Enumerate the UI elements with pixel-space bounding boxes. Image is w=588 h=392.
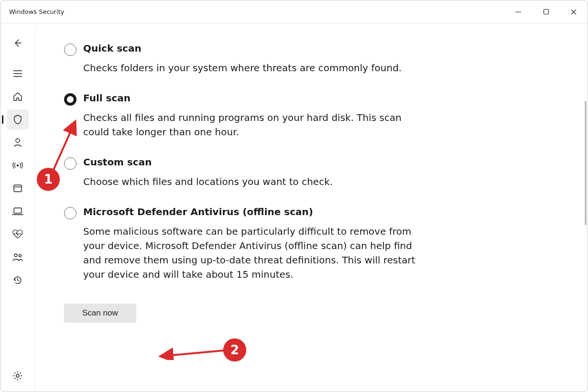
maximize-icon xyxy=(543,9,549,15)
radio-offline[interactable] xyxy=(64,207,76,219)
sidebar-item-firewall[interactable] xyxy=(7,155,29,175)
sidebar-item-protection-history[interactable] xyxy=(7,270,29,290)
sidebar-item-app-browser[interactable] xyxy=(7,178,29,198)
home-icon xyxy=(12,91,23,102)
people-icon xyxy=(12,252,23,262)
shield-icon xyxy=(13,114,22,125)
antenna-icon xyxy=(12,160,23,171)
sidebar-item-settings[interactable] xyxy=(7,366,29,386)
scan-option-title: Quick scan xyxy=(83,43,402,54)
scan-option-full[interactable]: Full scan Checks all files and running p… xyxy=(64,92,559,139)
annotation-badge-2: 2 xyxy=(223,338,246,361)
scan-option-description: Checks all files and running programs on… xyxy=(83,110,418,139)
main-content: Quick scan Checks folders in your system… xyxy=(35,23,588,392)
radio-quick[interactable] xyxy=(64,44,76,56)
sidebar-item-device-security[interactable] xyxy=(7,201,29,221)
svg-point-7 xyxy=(16,139,20,142)
scan-option-title: Microsoft Defender Antivirus (offline sc… xyxy=(83,206,418,218)
close-icon xyxy=(570,9,577,15)
history-icon xyxy=(12,275,23,285)
svg-rect-9 xyxy=(14,185,22,192)
svg-point-14 xyxy=(19,255,22,257)
scan-option-quick[interactable]: Quick scan Checks folders in your system… xyxy=(64,43,559,75)
svg-line-17 xyxy=(162,350,224,356)
sidebar-item-family[interactable] xyxy=(7,247,29,267)
svg-point-8 xyxy=(17,164,19,166)
scan-option-description: Checks folders in your system where thre… xyxy=(83,61,402,75)
person-icon xyxy=(13,137,22,148)
annotation-arrow-1 xyxy=(48,118,82,175)
hamburger-icon xyxy=(13,70,22,77)
sidebar-item-account[interactable] xyxy=(7,132,29,152)
sidebar-item-virus-threat[interactable] xyxy=(7,109,29,130)
back-icon xyxy=(13,38,22,48)
svg-point-13 xyxy=(14,254,17,257)
svg-rect-11 xyxy=(14,208,22,213)
scrollbar[interactable] xyxy=(585,101,587,225)
close-button[interactable] xyxy=(560,0,588,23)
maximize-button[interactable] xyxy=(532,0,560,23)
scan-option-offline[interactable]: Microsoft Defender Antivirus (offline sc… xyxy=(64,206,559,282)
titlebar: Windows Security xyxy=(0,0,588,23)
window-controls xyxy=(504,0,588,23)
heart-pulse-icon xyxy=(12,229,23,239)
window-title: Windows Security xyxy=(9,8,65,15)
svg-point-15 xyxy=(16,374,19,377)
annotation-arrow-2 xyxy=(157,346,229,360)
sidebar xyxy=(0,23,35,392)
radio-full[interactable] xyxy=(64,93,76,106)
scan-option-description: Some malicious software can be particula… xyxy=(83,224,418,282)
minimize-icon xyxy=(515,9,522,15)
app-window-icon xyxy=(13,184,22,193)
scan-now-button[interactable]: Scan now xyxy=(64,304,136,323)
back-button[interactable] xyxy=(7,33,29,53)
laptop-icon xyxy=(12,207,23,216)
svg-rect-1 xyxy=(544,10,548,14)
scan-option-custom[interactable]: Custom scan Choose which files and locat… xyxy=(64,156,559,189)
gear-icon xyxy=(12,370,23,381)
sidebar-item-home[interactable] xyxy=(7,87,29,107)
scan-option-title: Custom scan xyxy=(83,156,333,168)
scan-option-description: Choose which files and locations you wan… xyxy=(83,174,333,189)
scan-option-title: Full scan xyxy=(83,92,418,104)
sidebar-item-device-performance[interactable] xyxy=(7,224,29,244)
annotation-badge-1: 1 xyxy=(37,168,60,191)
minimize-button[interactable] xyxy=(504,0,532,23)
sidebar-item-menu[interactable] xyxy=(7,64,29,84)
svg-line-16 xyxy=(53,123,75,171)
